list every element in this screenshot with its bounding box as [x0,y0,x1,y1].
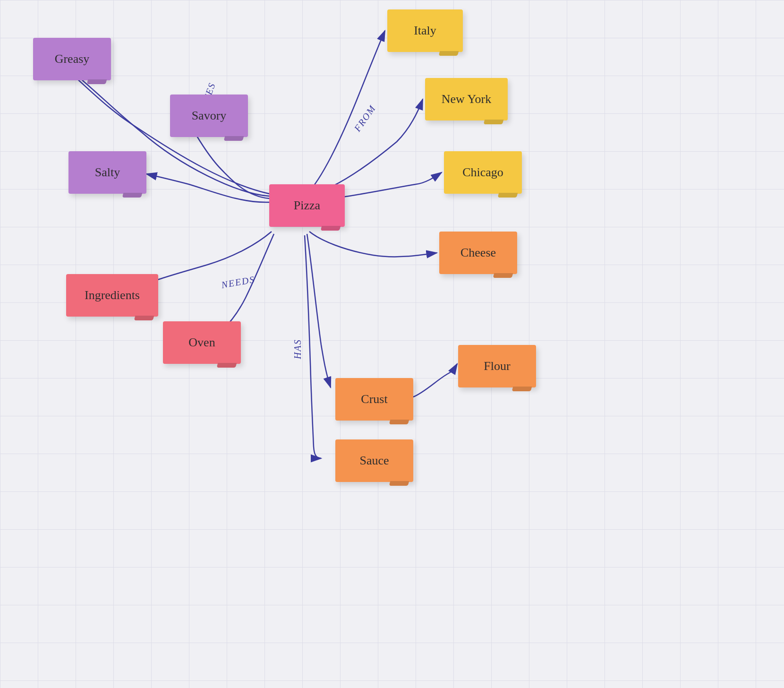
greasy-label: Greasy [55,52,90,66]
savory-label: Savory [192,109,227,123]
savory-node[interactable]: Savory [170,95,248,137]
ingredients-node[interactable]: Ingredients [66,274,158,317]
salty-label: Salty [95,165,120,180]
flour-label: Flour [484,359,510,373]
chicago-label: Chicago [462,165,503,180]
greasy-node[interactable]: Greasy [33,38,111,80]
new-york-label: New York [442,92,491,106]
chicago-node[interactable]: Chicago [444,151,522,194]
italy-label: Italy [414,24,436,38]
pizza-label: Pizza [294,198,320,213]
sauce-label: Sauce [359,454,389,468]
sauce-node[interactable]: Sauce [335,439,413,482]
cheese-label: Cheese [460,246,496,260]
oven-label: Oven [188,335,215,350]
ingredients-label: Ingredients [85,288,140,302]
grid-background [0,0,784,688]
new-york-node[interactable]: New York [425,78,508,120]
crust-node[interactable]: Crust [335,378,413,421]
pizza-node[interactable]: Pizza [269,184,345,227]
crust-label: Crust [361,392,387,406]
cheese-node[interactable]: Cheese [439,232,517,274]
oven-node[interactable]: Oven [163,321,241,364]
salty-node[interactable]: Salty [68,151,146,194]
italy-node[interactable]: Italy [387,9,463,52]
flour-node[interactable]: Flour [458,345,536,387]
